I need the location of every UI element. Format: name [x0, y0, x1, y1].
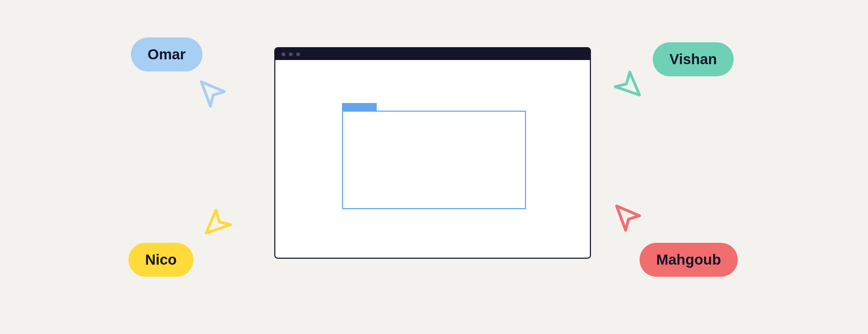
cursor-icon: [612, 68, 644, 99]
user-label: Mahgoub: [656, 251, 721, 268]
window-dot-icon: [282, 52, 285, 56]
cursor-icon: [197, 78, 228, 109]
window-dot-icon: [289, 52, 293, 56]
folder-tab: [342, 103, 377, 111]
folder-body: [342, 111, 526, 209]
browser-titlebar: [275, 48, 590, 60]
browser-window: [274, 47, 591, 259]
folder-icon: [342, 103, 526, 209]
user-label: Vishan: [669, 51, 717, 68]
user-pill-mahgoub: Mahgoub: [640, 243, 738, 277]
user-label: Nico: [145, 251, 177, 268]
cursor-icon: [612, 202, 644, 233]
cursor-icon: [202, 206, 233, 237]
user-label: Omar: [148, 46, 186, 63]
illustration-canvas: Omar Nico Vishan Mahgoub: [0, 0, 868, 334]
user-pill-omar: Omar: [131, 37, 202, 71]
window-dot-icon: [296, 52, 300, 56]
user-pill-vishan: Vishan: [653, 42, 734, 76]
user-pill-nico: Nico: [128, 243, 193, 277]
